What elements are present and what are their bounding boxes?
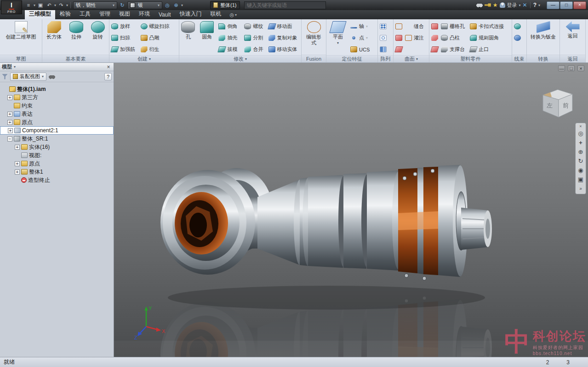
pan-icon[interactable]: +	[576, 138, 585, 147]
filter-icon[interactable]	[2, 74, 8, 79]
navbar-close-icon[interactable]: ×	[576, 124, 585, 129]
tree-item-representations[interactable]: + 表达	[0, 110, 114, 118]
tree-item-origin-2[interactable]: + 原点	[0, 159, 114, 168]
plastic-feature-button-2[interactable]	[430, 32, 439, 44]
tree-item-component2[interactable]: + Component2:1	[0, 126, 114, 135]
expander-icon[interactable]: +	[8, 128, 13, 133]
boss-button[interactable]: 凸柱	[440, 32, 468, 44]
doc-close-icon[interactable]: ×	[577, 65, 584, 71]
rule-fillet-button[interactable]: 规则圆角	[469, 32, 511, 44]
revolve-button[interactable]: 旋转	[90, 21, 106, 40]
material-dropdown[interactable]: 铁，韧性 ▾	[73, 1, 117, 9]
plane-button[interactable]: 平面 ▾	[327, 21, 348, 45]
extend-surface-button[interactable]	[394, 44, 403, 55]
signin-label[interactable]: 登录	[507, 2, 517, 9]
rest-button[interactable]: 止口	[469, 44, 511, 55]
harness-button[interactable]	[513, 21, 522, 32]
tab-online[interactable]: 联机	[206, 9, 225, 19]
sweep-button[interactable]: 扫掠	[110, 32, 139, 44]
draft-button[interactable]: 拔模	[217, 44, 242, 55]
ribbon-display-toggle[interactable]: ◎▾	[229, 12, 237, 19]
tree-item-origin[interactable]: + 原点	[0, 118, 114, 126]
viewport[interactable]: — □ × 左 前 × ◎ + ⊕ ↻ ◉ ▣ »	[114, 63, 588, 357]
view-mode-dropdown[interactable]: 装配视图 ▾	[10, 73, 46, 81]
document-selector[interactable]: 整体(1)	[210, 1, 240, 9]
split-button[interactable]: 分割	[243, 32, 266, 44]
viewcube-left-label[interactable]: 左	[547, 102, 553, 109]
loft-button[interactable]: 放样	[110, 21, 139, 32]
lip-button[interactable]: 支撑台	[440, 44, 468, 55]
panel-label-plastic-part[interactable]: 塑料零件	[429, 55, 512, 62]
3d-scene[interactable]	[114, 63, 588, 357]
favorites-star-icon[interactable]: ★	[493, 2, 498, 8]
application-menu-icon[interactable]: ≡	[25, 1, 32, 9]
expander-icon[interactable]: +	[7, 120, 12, 125]
appearance-dropdown[interactable]: 银 ▾	[127, 1, 162, 9]
maximize-button[interactable]: □	[560, 1, 573, 9]
chamfer-button[interactable]: 倒角	[217, 21, 242, 32]
edit-form-button[interactable]: 编辑形式	[303, 21, 325, 46]
tab-manage[interactable]: 管理	[95, 9, 114, 19]
tab-view[interactable]: 视图	[115, 9, 134, 19]
view-face-icon[interactable]: ▣	[576, 175, 585, 184]
move-bodies-button[interactable]: 移动实体	[268, 44, 300, 55]
convert-sheet-metal-button[interactable]: 转换为钣金	[529, 21, 558, 40]
search-icon[interactable]	[476, 2, 483, 8]
search-tree-icon[interactable]	[49, 73, 55, 80]
tab-get-started[interactable]: 快速入门	[175, 9, 206, 19]
point-button[interactable]: 点▾	[349, 32, 375, 44]
search-input[interactable]	[244, 1, 326, 9]
create-2d-sketch-button[interactable]: 创建二维草图	[2, 21, 40, 40]
stitch-button[interactable]: 缝合	[404, 21, 426, 32]
tree-item-view[interactable]: + 视图:	[0, 151, 114, 159]
chevron-down-icon[interactable]: ▾	[14, 65, 16, 69]
panel-label-primitives[interactable]: 基本要素	[42, 55, 109, 62]
panel-label-pattern[interactable]: 阵列	[378, 55, 393, 62]
viewcube-front-label[interactable]: 前	[563, 102, 569, 109]
panel-label-modify[interactable]: 修改▾	[179, 55, 301, 62]
combine-button[interactable]: 合并	[243, 44, 266, 55]
shell-button[interactable]: 抽壳	[217, 32, 242, 44]
return-button[interactable]: 返回	[563, 21, 583, 40]
tab-vault[interactable]: Vault	[154, 11, 175, 19]
chevron-down-icon[interactable]: ▾	[54, 3, 56, 7]
chevron-down-icon[interactable]: ▾	[519, 3, 521, 7]
panel-label-surface[interactable]: 曲面▾	[394, 55, 429, 62]
chevron-down-icon[interactable]: ▾	[181, 3, 183, 7]
status-number-2[interactable]: 3	[564, 359, 572, 366]
tree-item-constraints[interactable]: + 约束	[0, 102, 114, 110]
orbit-icon[interactable]: ↻	[576, 157, 585, 165]
look-at-icon[interactable]: ◉	[576, 166, 585, 175]
expander-icon[interactable]: +	[15, 161, 20, 166]
boundary-patch-button[interactable]	[394, 21, 403, 32]
extrude-button[interactable]: 拉伸	[69, 21, 84, 40]
tree-item-part-sr[interactable]: − 整体_SR:1	[0, 135, 114, 143]
expander-icon[interactable]: +	[15, 145, 20, 150]
expander-icon[interactable]: +	[7, 95, 12, 100]
tab-environments[interactable]: 环境	[135, 9, 154, 19]
move-face-button[interactable]: 移动面	[268, 21, 300, 32]
tree-item-end-of-features[interactable]: + 造型终止	[0, 176, 114, 184]
expander-icon[interactable]: +	[7, 112, 12, 117]
plastic-feature-button-1[interactable]	[430, 21, 439, 32]
snap-fit-button[interactable]: 卡扣式连接	[469, 21, 511, 32]
panel-label-return[interactable]: 返回	[560, 55, 585, 62]
thread-button[interactable]: 螺纹	[243, 21, 266, 32]
minimize-button[interactable]: —	[547, 1, 559, 9]
navbar-more-chevron-icon[interactable]: »	[576, 184, 585, 193]
status-number-1[interactable]: 2	[543, 359, 552, 366]
inventor-logo[interactable]: I PRO	[1, 0, 22, 14]
expander-icon[interactable]: −	[7, 136, 12, 141]
expander-icon[interactable]: +	[15, 169, 20, 175]
hole-button[interactable]: 孔	[180, 21, 196, 40]
tab-3d-model[interactable]: 三维模型	[25, 9, 55, 19]
help-icon[interactable]: ?	[533, 2, 537, 8]
rectangular-pattern-button[interactable]	[379, 21, 388, 32]
refresh-icon[interactable]: ⊕	[172, 1, 180, 9]
exchange-apps-icon[interactable]: ✕	[523, 2, 527, 8]
ucs-button[interactable]: UCS	[349, 44, 375, 55]
adjust-icon[interactable]: ◎	[164, 1, 171, 9]
panel-label-fusion[interactable]: Fusion	[302, 55, 326, 62]
tab-tools[interactable]: 工具	[75, 9, 95, 19]
chevron-down-icon[interactable]: ▾	[66, 3, 68, 7]
